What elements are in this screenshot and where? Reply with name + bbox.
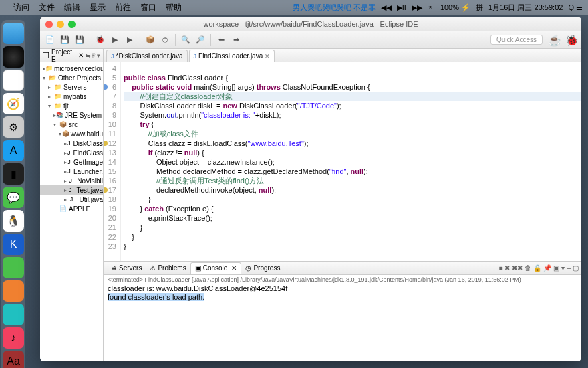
close-tab-icon[interactable]: ✕ [265,53,270,60]
clock[interactable]: 1月16日 周三 23:59:02 [488,3,563,13]
tree-item[interactable]: ▸📚JRE System Lib [40,110,103,120]
menu-view[interactable]: 显示 [90,2,106,13]
dock-app-orange-icon[interactable] [3,280,24,302]
tree-item[interactable]: ▸JUtil.java [40,195,103,204]
menu-window[interactable]: 窗口 [140,2,156,13]
media-next-icon[interactable]: ▶▶ [412,3,422,12]
close-window-icon[interactable] [45,21,53,28]
new-class-icon[interactable]: © [159,34,171,46]
search-icon[interactable]: 🔎 [194,34,206,46]
forward-icon[interactable]: ➡ [230,34,242,46]
dock-safari-icon[interactable]: 🧭 [3,93,24,114]
remove-all-icon[interactable]: ✖✖ [512,264,523,272]
battery-status[interactable]: 100% ⚡ [440,3,470,12]
tree-item[interactable]: ▾📦src [40,120,103,129]
menu-file[interactable]: 文件 [39,2,55,13]
view-menu-icon[interactable]: ▾ [97,52,100,59]
console-output[interactable]: classloader is: www.baidu.DiskClassLoade… [104,284,581,361]
project-explorer-view: 🞎 Project E ✕ ⇆ ⎘ ▾ ▸📁microservicecloud▾… [40,49,104,361]
dock: 🧭 ⚙ A ▮ 💬 🐧 K ♪ Aa ◑ 🗑 [1,20,25,368]
tree-item[interactable]: ▸JLauncher. [40,167,103,176]
tab-servers[interactable]: 🖥Servers [106,262,146,274]
pin-console-icon[interactable]: 📌 [543,264,551,272]
dock-siri-icon[interactable] [3,46,24,68]
dock-app-red-icon[interactable]: Aa [3,351,24,368]
line-gutter[interactable]: 4567891011121314151617181920212223 [104,62,121,261]
dock-app-teal-icon[interactable] [3,304,24,325]
menu-help[interactable]: 帮助 [166,2,182,13]
tree-item[interactable]: ▸JFindClass [40,148,103,157]
dock-app-green-icon[interactable] [3,257,24,278]
dock-settings-icon[interactable]: ⚙ [3,116,24,138]
media-play-icon[interactable]: ▶II [397,3,406,12]
spotlight-icon[interactable]: Q ☰ [568,3,583,12]
code-content[interactable]: public class FindClassLoader { public st… [121,62,581,261]
tree-item[interactable]: ▸JNoVisibil [40,176,103,185]
dock-appstore-icon[interactable]: A [3,140,24,161]
tab-label: FindClassLoader.java [198,52,263,60]
debug-icon[interactable]: 🐞 [94,34,106,46]
code-editor[interactable]: 4567891011121314151617181920212223 publi… [104,62,581,261]
tree-item[interactable]: ▸📁microservicecloud [40,64,103,73]
close-view-icon[interactable]: ✕ [78,52,84,59]
tab-console[interactable]: ▣Console✕ [190,262,242,274]
link-editor-icon[interactable]: ⎘ [92,52,96,59]
tree-item[interactable]: ▾📂Other Projects [40,73,103,82]
wifi-icon[interactable]: ᯤ [428,3,435,11]
terminate-icon[interactable]: ■ [498,264,502,272]
dock-music-icon[interactable]: ♪ [3,327,24,349]
clear-console-icon[interactable]: 🗑 [525,264,531,272]
minimize-view-icon[interactable]: – [567,264,571,272]
dock-terminal-icon[interactable]: ▮ [3,163,24,185]
maximize-view-icon[interactable]: ▢ [573,264,579,272]
window-titlebar[interactable]: workspace - tjt/src/www/baidu/FindClassL… [40,17,581,31]
perspective-java-icon[interactable]: ☕ [548,34,560,46]
tree-item[interactable]: ▾📦www.baidu [40,129,103,139]
tab-progress[interactable]: ◷Progress [241,262,284,274]
dock-finder-icon[interactable] [3,23,24,44]
tree-item[interactable]: ▾📁tjt [40,101,103,110]
open-type-icon[interactable]: 🔍 [180,34,192,46]
dock-app-k-icon[interactable]: K [3,234,24,255]
run-last-icon[interactable]: ▶ [124,34,136,46]
quick-access-input[interactable]: Quick Access [490,35,543,45]
new-package-icon[interactable]: 📦 [144,34,156,46]
open-console-icon[interactable]: ▾ [561,264,565,272]
collapse-all-icon[interactable]: ⇆ [86,52,91,59]
save-icon[interactable]: 💾 [59,34,71,46]
dock-wechat-icon[interactable]: 💬 [3,187,24,208]
minimize-window-icon[interactable] [57,21,64,28]
tree-item[interactable]: ▸JTest.java [40,185,103,195]
macos-menubar: 访问 文件 编辑 显示 前往 窗口 帮助 男人哭吧哭吧哭吧 不是罪 ◀◀ ▶II… [0,0,588,15]
tab-label: *DiskClassLoader.java [116,52,183,60]
dock-qq-icon[interactable]: 🐧 [3,210,24,232]
now-playing-title[interactable]: 男人哭吧哭吧哭吧 不是罪 [293,3,376,13]
tab-problems[interactable]: ⚠Problems [146,262,190,274]
zoom-window-icon[interactable] [68,21,76,28]
tree-item[interactable]: ▸📁mybatis [40,92,103,101]
display-console-icon[interactable]: ▣ [553,264,559,272]
perspective-debug-icon[interactable]: 🐞 [565,34,577,46]
editor-tab-find[interactable]: J FindClassLoader.java ✕ [189,50,275,62]
scroll-lock-icon[interactable]: 🔒 [533,264,541,272]
run-icon[interactable]: ▶ [109,34,121,46]
new-icon[interactable]: 📄 [44,34,56,46]
dock-launchpad-icon[interactable] [3,70,24,91]
input-method-icon[interactable]: 拼 [476,3,483,13]
tree-item[interactable]: ▸📁Servers [40,82,103,92]
menu-go[interactable]: 前往 [115,2,131,13]
close-icon[interactable]: ✕ [231,264,237,272]
tree-item[interactable]: 📄APPLE [40,204,103,213]
media-prev-icon[interactable]: ◀◀ [381,3,392,12]
editor-tab-disk[interactable]: J *DiskClassLoader.java [106,50,188,62]
save-all-icon[interactable]: 💾 [74,34,86,46]
main-toolbar: 📄 💾 💾 🐞 ▶ ▶ 📦 © 🔍 🔎 ⬅ ➡ Quick Access ☕ 🐞 [40,31,581,49]
tree-item[interactable]: ▸JGetImage [40,157,103,167]
menu-edit[interactable]: 编辑 [64,2,80,13]
project-tree[interactable]: ▸📁microservicecloud▾📂Other Projects▸📁Ser… [40,62,103,361]
remove-launch-icon[interactable]: ✖ [504,264,510,272]
menu-visit[interactable]: 访问 [13,2,29,13]
project-explorer-tab[interactable]: 🞎 Project E ✕ ⇆ ⎘ ▾ [40,49,103,62]
tree-item[interactable]: ▸JDiskClass [40,139,103,148]
back-icon[interactable]: ⬅ [215,34,227,46]
